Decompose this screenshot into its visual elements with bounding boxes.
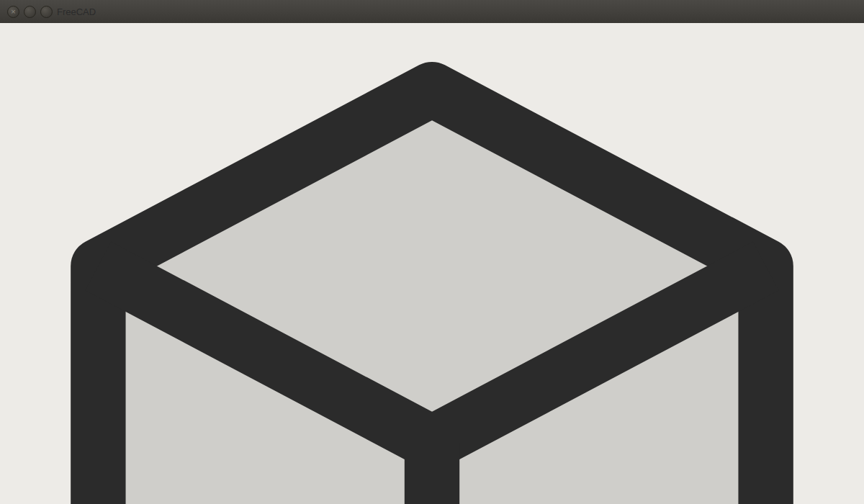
standard-toolbar: ✂ ↶ ▾ ↷ ▾ ⟳ Part Design ▴▾ ? [0,0,864,504]
window-close-button[interactable]: × [7,6,19,18]
freecad-window: × FreeCAD ✂ ↶ ▾ ↷ ▾ ⟳ Part Design ▴▾ ? [0,0,864,504]
window-minimize-button[interactable] [24,6,36,18]
window-title: FreeCAD [57,6,96,17]
window-maximize-button[interactable] [40,6,53,18]
close-icon: × [11,8,15,16]
titlebar[interactable]: × FreeCAD [0,0,864,23]
